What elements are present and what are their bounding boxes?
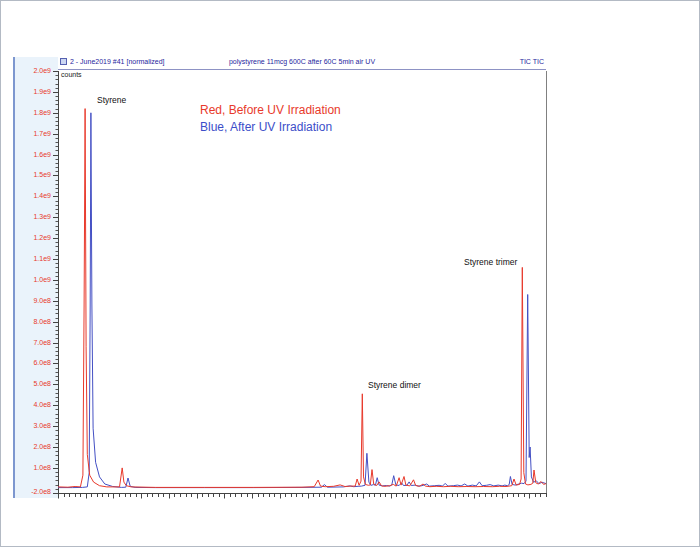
y-tick-label: 1.2e9	[13, 234, 51, 242]
y-tick-label: 9.0e8	[13, 297, 51, 305]
plot-area[interactable]	[1, 1, 700, 547]
y-tick-label: 1.4e9	[13, 192, 51, 200]
y-tick-label: 1.3e9	[13, 213, 51, 221]
y-tick-label: 5.0e8	[13, 380, 51, 388]
sample-title: polystyrene 11mcg 600C after 60C 5min ai…	[58, 56, 546, 68]
y-axis-unit-label: counts	[61, 71, 82, 78]
y-tick-label: 1.9e9	[13, 88, 51, 96]
y-tick-label: 3.0e8	[13, 422, 51, 430]
trace-before-uv-irradiation	[58, 109, 546, 488]
signal-type-label: TIC TIC	[520, 56, 544, 68]
y-tick-label: 7.0e8	[13, 339, 51, 347]
y-tick-label: 4.0e8	[13, 401, 51, 409]
y-tick-label: 1.5e9	[13, 171, 51, 179]
trace-after-uv-irradiation	[58, 113, 546, 488]
y-tick-label: 1.8e9	[13, 109, 51, 117]
y-tick-label: 1.7e9	[13, 130, 51, 138]
y-tick-label: 1.6e9	[13, 151, 51, 159]
peak-label-styrene-trimer: Styrene trimer	[464, 257, 517, 267]
peak-label-styrene-dimer: Styrene dimer	[368, 380, 421, 390]
y-tick-label: 1.1e9	[13, 255, 51, 263]
peak-label-styrene: Styrene	[97, 95, 126, 105]
chromatogram-window: 2 - June2019 #41 [normalized] polystyren…	[0, 0, 700, 547]
y-tick-label: 6.0e8	[13, 359, 51, 367]
legend-after-uv: Blue, After UV Irradiation	[200, 120, 332, 134]
y-tick-label: 1.0e9	[13, 276, 51, 284]
y-tick-label: 2.0e9	[13, 67, 51, 75]
y-tick-label: 1.0e8	[13, 464, 51, 472]
chart-header: 2 - June2019 #41 [normalized] polystyren…	[58, 56, 546, 70]
y-tick-label: -2.0e8	[13, 488, 51, 496]
y-tick-label: 8.0e8	[13, 318, 51, 326]
y-tick-label: 2.0e8	[13, 443, 51, 451]
legend-before-uv: Red, Before UV Irradiation	[200, 103, 341, 117]
